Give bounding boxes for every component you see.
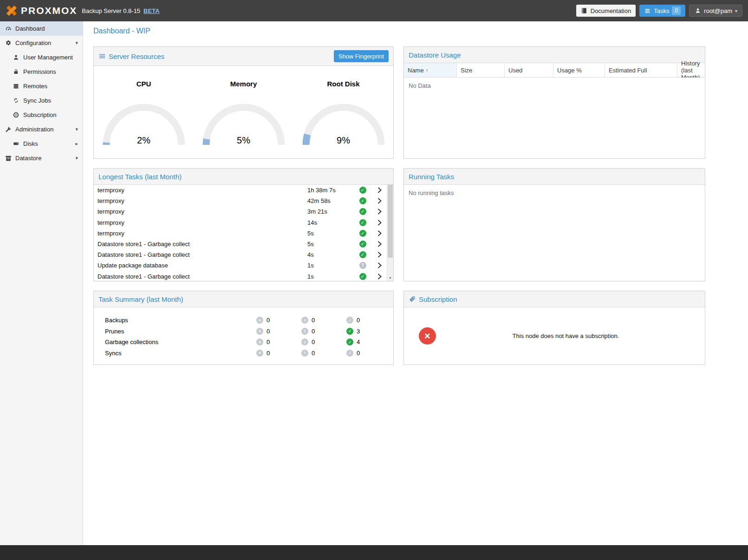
error-count: 0 <box>267 339 270 345</box>
sidebar-item-configuration[interactable]: Configuration ▾ <box>0 36 83 50</box>
task-row[interactable]: termproxy 14s ✓ <box>94 217 387 228</box>
sidebar-item-administration[interactable]: Administration ▾ <box>0 122 83 137</box>
chevron-right-icon <box>371 252 387 258</box>
task-row[interactable]: termproxy 3m 21s ✓ <box>94 206 387 217</box>
sidebar-item-label: Datastore <box>15 155 41 162</box>
resource-lines-icon <box>98 53 105 60</box>
summary-error-group: × 0 <box>256 328 301 335</box>
resource-gauge: CPU 2% <box>96 80 191 147</box>
caret-down-icon: ▾ <box>735 8 737 13</box>
task-row[interactable]: Datastore store1 - Garbage collect 4s ✓ <box>94 249 387 260</box>
summary-ok-group: ✓ 0 <box>346 350 391 357</box>
longest-tasks-header: Longest Tasks (last Month) <box>94 169 393 185</box>
sidebar-item-label: Subscription <box>23 111 57 118</box>
task-name: Datastore store1 - Garbage collect <box>98 251 307 258</box>
task-name: termproxy <box>98 187 307 194</box>
column-header-estimated-full[interactable]: Estimated Full <box>605 63 677 77</box>
topbar: PROXMOX Backup Server 0.8-15 BETA Docume… <box>0 0 748 21</box>
task-row[interactable]: Datastore store1 - Garbage collect 5s ✓ <box>94 239 387 249</box>
column-header-used[interactable]: Used <box>505 63 553 77</box>
check-circle-icon: ✓ <box>346 317 353 324</box>
documentation-button[interactable]: Documentation <box>576 5 636 17</box>
task-status: ✓ <box>354 187 371 194</box>
task-status-icon: ✓ <box>359 187 366 194</box>
error-count: 0 <box>267 350 270 357</box>
sidebar-item-user-management[interactable]: User Management <box>0 50 83 65</box>
sidebar-item-label: Administration <box>15 126 53 133</box>
column-header-name[interactable]: Name ↑ <box>404 63 457 77</box>
user-icon <box>694 7 701 14</box>
sort-ascending-icon: ↑ <box>426 67 429 73</box>
task-status-icon: ✓ <box>359 241 366 247</box>
chevron-down-icon[interactable]: ▾ <box>75 155 78 161</box>
book-icon <box>581 7 588 14</box>
user-menu-label: root@pam <box>704 7 732 14</box>
column-header-history[interactable]: History (last Month) <box>677 63 705 77</box>
summary-warning-group: ! 0 <box>301 328 346 335</box>
task-status-icon: ✓ <box>359 251 366 258</box>
server-resources-title: Server Resources <box>109 52 164 60</box>
error-circle-icon: × <box>256 317 263 324</box>
task-status: ✓ <box>354 241 371 247</box>
ok-count: 0 <box>357 317 360 324</box>
tasks-button[interactable]: Tasks 0 <box>639 5 685 17</box>
gauges: CPU 2% Memory 5% Root Disk 9% <box>94 66 393 147</box>
tasks-label: Tasks <box>654 7 669 14</box>
task-row[interactable]: termproxy 1h 38m 7s ✓ <box>94 185 387 195</box>
chevron-right-icon <box>371 273 387 280</box>
task-row[interactable]: termproxy 5s ✓ <box>94 228 387 239</box>
server-stack-icon <box>13 83 20 90</box>
task-status-icon: ✓ <box>359 197 366 204</box>
summary-row: Backups × 0 ! 0 ✓ 0 <box>105 315 393 326</box>
chevron-right-icon <box>371 241 387 247</box>
longest-tasks-panel: Longest Tasks (last Month) termproxy 1h … <box>93 168 394 281</box>
datastore-usage-title: Datastore Usage <box>409 51 461 59</box>
show-fingerprint-button[interactable]: Show Fingerprint <box>334 50 389 62</box>
error-circle-icon: × <box>256 339 263 345</box>
ticket-icon <box>409 296 416 303</box>
task-duration: 5s <box>307 230 354 237</box>
sidebar-item-disks[interactable]: Disks ▸ <box>0 137 83 151</box>
sidebar-item-permissions[interactable]: Permissions <box>0 65 83 79</box>
sidebar-item-remotes[interactable]: Remotes <box>0 79 83 93</box>
sidebar-item-label: Disks <box>23 140 38 147</box>
subscription-header: Subscription <box>404 291 705 307</box>
task-duration: 1h 38m 7s <box>307 187 354 194</box>
running-tasks-empty-text: No running tasks <box>404 185 705 201</box>
task-row[interactable]: Datastore store1 - Garbage collect 1s ✓ <box>94 271 387 281</box>
warning-count: 0 <box>312 328 315 335</box>
sidebar-item-datastore[interactable]: Datastore ▾ <box>0 151 83 165</box>
datastore-usage-columns: Name ↑ Size Used Usage % Estimated Full … <box>404 63 705 78</box>
task-duration: 1s <box>307 273 354 280</box>
sidebar-item-label: Permissions <box>23 68 56 75</box>
task-duration: 4s <box>307 251 354 258</box>
warning-circle-icon: ! <box>301 339 308 345</box>
summary-row: Garbage collections × 0 ! 0 ✓ 4 <box>105 337 393 348</box>
scrollbar[interactable]: ▼ <box>387 185 393 281</box>
scrollbar-thumb[interactable] <box>388 185 393 258</box>
task-status-icon: ✓ <box>359 208 366 215</box>
task-name: Datastore store1 - Garbage collect <box>98 241 307 247</box>
task-summary-header: Task Summary (last Month) <box>94 291 393 307</box>
running-tasks-title: Running Tasks <box>409 173 454 181</box>
chevron-right-icon[interactable]: ▸ <box>75 141 78 147</box>
sidebar-item-label: Dashboard <box>15 25 45 32</box>
column-header-size[interactable]: Size <box>457 63 505 77</box>
subscription-panel: Subscription × This node does not have a… <box>403 291 705 365</box>
gauge-label: Memory <box>196 80 291 88</box>
warning-circle-icon: ! <box>301 350 308 357</box>
sidebar-item-subscription[interactable]: Subscription <box>0 108 83 122</box>
user-menu-button[interactable]: root@pam ▾ <box>689 5 742 17</box>
task-row[interactable]: Update package database 1s ? <box>94 260 387 271</box>
chevron-down-icon[interactable]: ▾ <box>75 40 78 46</box>
sidebar-item-dashboard[interactable]: Dashboard <box>0 21 83 36</box>
chevron-right-icon <box>371 262 387 268</box>
task-summary-rows: Backups × 0 ! 0 ✓ 0 Prunes × 0 ! 0 ✓ 3 G… <box>94 307 393 358</box>
chevron-right-icon <box>371 230 387 236</box>
chevron-down-icon[interactable]: ▾ <box>75 126 78 132</box>
column-header-usage-percent[interactable]: Usage % <box>553 63 605 77</box>
task-row[interactable]: termproxy 42m 58s ✓ <box>94 195 387 206</box>
sidebar-item-sync-jobs[interactable]: Sync Jobs <box>0 93 83 108</box>
scrollbar-down-button[interactable]: ▼ <box>387 275 393 281</box>
beta-link[interactable]: BETA <box>143 7 159 14</box>
